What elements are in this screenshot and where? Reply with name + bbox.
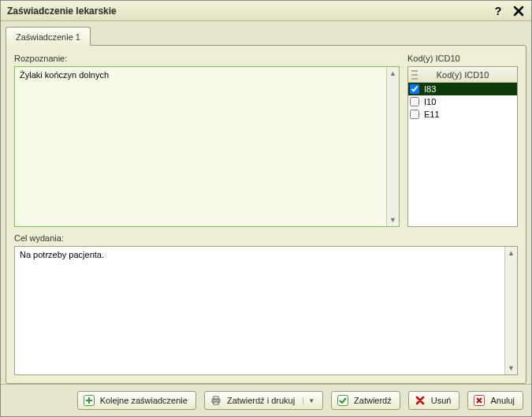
scroll-up-icon: ▲ — [387, 67, 399, 80]
icd-code: E11 — [422, 110, 515, 119]
diagnosis-field: Rozpoznanie: ▲ ▼ — [14, 54, 400, 227]
delete-button[interactable]: Usuń — [408, 391, 460, 410]
scroll-up-icon: ▲ — [505, 247, 517, 259]
purpose-textarea[interactable] — [14, 246, 518, 375]
icd-row[interactable]: E11 — [408, 108, 517, 121]
check-icon — [337, 394, 349, 407]
close-button[interactable] — [511, 3, 526, 19]
footer: Kolejne zaświadczenie Zatwierdź i drukuj… — [1, 384, 531, 416]
help-button[interactable]: ? — [490, 3, 506, 19]
tab-zaswiadczenie-1[interactable]: Zaświadczenie 1 — [6, 27, 91, 46]
icd-list: I83I10E11 — [408, 83, 517, 226]
diagnosis-label: Rozpoznanie: — [14, 54, 400, 63]
titlebar: Zaświadczenie lekarskie ? — [1, 1, 531, 21]
button-label: Anuluj — [490, 396, 515, 405]
printer-icon — [210, 394, 222, 407]
diagnosis-textarea-wrap: ▲ ▼ — [14, 66, 400, 227]
icd-row[interactable]: I83 — [408, 83, 517, 95]
icd-box: Kod(y) ICD10 I83I10E11 — [407, 66, 518, 227]
approve-print-button[interactable]: Zatwierdź i drukuj ▼ — [204, 391, 323, 410]
body: Zaświadczenie 1 Rozpoznanie: ▲ ▼ Kod — [1, 21, 531, 384]
svg-rect-2 — [214, 397, 218, 399]
approve-button[interactable]: Zatwierdź — [331, 391, 400, 410]
x-red-icon — [414, 394, 426, 407]
button-label: Usuń — [431, 396, 452, 405]
button-label: Zatwierdź i drukuj — [227, 396, 295, 405]
grip-icon — [411, 70, 418, 80]
button-label: Zatwierdź — [354, 396, 392, 405]
tabpage: Rozpoznanie: ▲ ▼ Kod(y) ICD10 — [6, 45, 526, 384]
scroll-down-icon: ▼ — [387, 214, 399, 226]
svg-rect-3 — [214, 402, 218, 404]
icd-code: I10 — [422, 97, 515, 106]
window-title: Zaświadczenie lekarskie — [7, 6, 485, 17]
next-certificate-button[interactable]: Kolejne zaświadczenie — [77, 391, 196, 410]
dropdown-arrow-icon[interactable]: ▼ — [303, 397, 314, 404]
plus-icon — [83, 394, 95, 407]
window: Zaświadczenie lekarskie ? Zaświadczenie … — [0, 0, 532, 417]
icd-checkbox[interactable] — [410, 110, 419, 119]
tabstrip: Zaświadczenie 1 — [6, 26, 526, 45]
icd-column-label: Kod(y) ICD10 — [437, 70, 489, 80]
icd-row[interactable]: I10 — [408, 95, 517, 108]
icd-field: Kod(y) ICD10 Kod(y) ICD10 I83I10E11 — [407, 54, 518, 227]
icd-code: I83 — [422, 84, 515, 94]
purpose-textarea-wrap: ▲ ▼ — [14, 246, 518, 375]
icd-column-header[interactable]: Kod(y) ICD10 — [408, 67, 517, 83]
purpose-label: Cel wydania: — [14, 233, 518, 243]
icd-checkbox[interactable] — [410, 84, 419, 94]
scroll-down-icon: ▼ — [505, 362, 517, 374]
icd-checkbox[interactable] — [410, 97, 419, 106]
icd-label: Kod(y) ICD10 — [407, 54, 518, 63]
diagnosis-textarea[interactable] — [14, 66, 400, 227]
tab-label: Zaświadczenie 1 — [16, 32, 80, 42]
button-label: Kolejne zaświadczenie — [100, 396, 188, 405]
x-box-icon — [473, 394, 485, 407]
svg-rect-4 — [338, 396, 348, 406]
cancel-button[interactable]: Anuluj — [467, 391, 523, 410]
scrollbar[interactable]: ▲ ▼ — [386, 67, 399, 226]
row-diag-icd: Rozpoznanie: ▲ ▼ Kod(y) ICD10 — [14, 54, 518, 227]
purpose-field: Cel wydania: ▲ ▼ — [14, 233, 518, 375]
scrollbar[interactable]: ▲ ▼ — [504, 247, 517, 374]
close-icon — [513, 6, 524, 17]
